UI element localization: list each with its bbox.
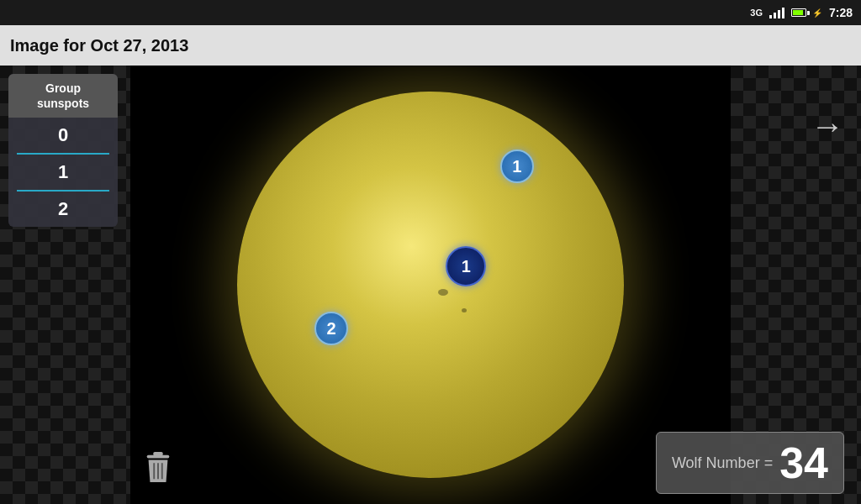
natural-sunspot (438, 289, 448, 296)
wolf-number-display: Wolf Number = 34 (656, 432, 844, 494)
data-3g-icon: 3G (750, 8, 763, 18)
trash-icon (143, 450, 173, 484)
sunspot-marker-1[interactable]: 1 (500, 150, 534, 183)
time-display: 7:28 (829, 6, 853, 19)
left-panel: Groupsunspots 0 1 2 (8, 74, 118, 227)
panel-row-0[interactable]: 0 (8, 118, 118, 153)
battery-icon: ⚡ (791, 8, 822, 18)
sunspot-marker-3[interactable]: 2 (314, 312, 348, 345)
trash-button[interactable] (143, 450, 173, 487)
wolf-number-value: 34 (779, 441, 828, 485)
wolf-number-label: Wolf Number = (672, 454, 773, 472)
panel-header: Groupsunspots (8, 74, 118, 118)
title-bar: Image for Oct 27, 2013 (0, 25, 861, 66)
panel-row-2[interactable]: 2 (8, 192, 118, 227)
signal-strength-icon (769, 7, 784, 18)
natural-sunspot-2 (462, 308, 467, 312)
panel-row-1[interactable]: 1 (8, 155, 118, 190)
sunspot-marker-2[interactable]: 1 (446, 246, 486, 286)
sun-area: 1 1 2 (130, 66, 731, 504)
page-title: Image for Oct 27, 2013 (10, 36, 188, 55)
svg-rect-1 (153, 452, 162, 456)
next-arrow-button[interactable]: → (811, 108, 844, 145)
sun-image: 1 1 2 (237, 92, 624, 478)
status-bar: 3G ⚡ 7:28 (0, 0, 861, 25)
main-content: 1 1 2 → Groupsunspots 0 1 2 Wolf Number … (0, 66, 861, 504)
